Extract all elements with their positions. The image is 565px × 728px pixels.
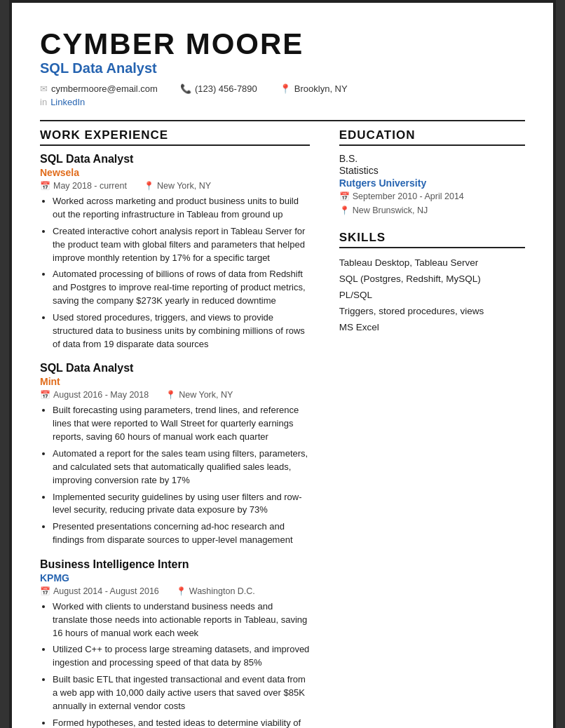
linkedin-row: in LinkedIn <box>40 97 525 107</box>
edu-field: Statistics <box>339 165 525 176</box>
job2-dates: 📅 August 2016 - May 2018 <box>40 390 149 400</box>
skills-section: SKILLS Tableau Desktop, Tableau Server S… <box>339 231 525 336</box>
company-newsela: Newsela <box>40 167 310 178</box>
job1-location: 📍 New York, NY <box>144 181 211 191</box>
list-item: Worked across marketing and product busi… <box>53 195 310 222</box>
job2-location: 📍 New York, NY <box>165 390 233 400</box>
calendar-icon-3: 📅 <box>40 586 50 596</box>
list-item: Formed hypotheses, and tested ideas to d… <box>53 717 310 728</box>
job1-bullets: Worked across marketing and product busi… <box>53 195 310 351</box>
edu-meta: 📅 September 2010 - April 2014 <box>339 191 525 201</box>
work-experience-title: WORK EXPERIENCE <box>40 128 310 146</box>
location-value: Brooklyn, NY <box>294 83 348 94</box>
job-block-newsela: SQL Data Analyst Newsela 📅 May 2018 - cu… <box>40 153 310 351</box>
location-icon-3: 📍 <box>176 586 186 596</box>
left-column: WORK EXPERIENCE SQL Data Analyst Newsela… <box>40 128 310 728</box>
list-item: Utilized C++ to process large streaming … <box>53 643 310 670</box>
location-icon-2: 📍 <box>165 390 176 400</box>
resume: CYMBER MOORE SQL Data Analyst ✉ cymbermo… <box>9 0 556 728</box>
linkedin-icon: in <box>40 97 47 107</box>
job1-meta: 📅 May 2018 - current 📍 New York, NY <box>40 181 310 191</box>
list-item: Implemented security guidelines by using… <box>53 491 310 518</box>
job3-dates: 📅 August 2014 - August 2016 <box>40 586 159 596</box>
skills-title: SKILLS <box>339 231 525 248</box>
skill-item: Tableau Desktop, Tableau Server <box>339 255 525 271</box>
list-item: Built basic ETL that ingested transactio… <box>53 673 310 713</box>
skill-item: SQL (Postgres, Redshift, MySQL) <box>339 271 525 288</box>
job3-location: 📍 Washington D.C. <box>176 586 255 596</box>
edu-degree: B.S. <box>339 153 525 164</box>
list-item: Worked with clients to understand busine… <box>53 600 310 640</box>
skills-list: Tableau Desktop, Tableau Server SQL (Pos… <box>339 255 525 336</box>
company-kpmg: KPMG <box>40 572 310 584</box>
phone-item: 📞 (123) 456-7890 <box>180 83 257 94</box>
linkedin-item: in LinkedIn <box>40 97 85 107</box>
calendar-icon-2: 📅 <box>40 390 50 400</box>
list-item: Created interactive cohort analysis repo… <box>53 225 310 265</box>
phone-icon: 📞 <box>180 83 191 94</box>
job-title-1: SQL Data Analyst <box>40 153 310 166</box>
location-icon-edu: 📍 <box>339 205 350 215</box>
candidate-title: SQL Data Analyst <box>40 60 525 76</box>
main-content: WORK EXPERIENCE SQL Data Analyst Newsela… <box>40 128 525 728</box>
list-item: Automated a report for the sales team us… <box>53 447 310 487</box>
linkedin-link[interactable]: LinkedIn <box>50 97 85 107</box>
job-title-2: SQL Data Analyst <box>40 362 310 375</box>
education-title: EDUCATION <box>339 128 525 146</box>
edu-dates: 📅 September 2010 - April 2014 <box>339 191 464 201</box>
phone-value: (123) 456-7890 <box>195 83 257 94</box>
calendar-icon-1: 📅 <box>40 181 50 191</box>
location-icon-1: 📍 <box>144 181 154 191</box>
header-section: CYMBER MOORE SQL Data Analyst ✉ cymbermo… <box>40 28 525 107</box>
job1-dates: 📅 May 2018 - current <box>40 181 127 191</box>
email-icon: ✉ <box>40 83 48 94</box>
job-block-kpmg: Business Intelligence Intern KPMG 📅 Augu… <box>40 558 310 728</box>
location-icon: 📍 <box>280 83 291 94</box>
email-value: cymbermoore@email.com <box>51 83 158 94</box>
calendar-icon-edu: 📅 <box>339 191 350 201</box>
skill-item: PL/SQL <box>339 288 525 304</box>
education-section: EDUCATION B.S. Statistics Rutgers Univer… <box>339 128 525 215</box>
job3-bullets: Worked with clients to understand busine… <box>53 600 310 728</box>
contact-row: ✉ cymbermoore@email.com 📞 (123) 456-7890… <box>40 83 525 94</box>
job3-meta: 📅 August 2014 - August 2016 📍 Washington… <box>40 586 310 596</box>
candidate-name: CYMBER MOORE <box>40 28 525 60</box>
list-item: Automated processing of billions of rows… <box>53 268 310 308</box>
job-title-3: Business Intelligence Intern <box>40 558 310 571</box>
company-mint: Mint <box>40 376 310 387</box>
job-block-mint: SQL Data Analyst Mint 📅 August 2016 - Ma… <box>40 362 310 546</box>
job2-meta: 📅 August 2016 - May 2018 📍 New York, NY <box>40 390 310 400</box>
skill-item: Triggers, stored procedures, views <box>339 304 525 320</box>
location-item: 📍 Brooklyn, NY <box>280 83 348 94</box>
email-item: ✉ cymbermoore@email.com <box>40 83 158 94</box>
job2-bullets: Built forecasting using parameters, tren… <box>53 404 310 546</box>
list-item: Built forecasting using parameters, tren… <box>53 404 310 444</box>
list-item: Used stored procedures, triggers, and vi… <box>53 311 310 351</box>
edu-school: Rutgers University <box>339 177 525 189</box>
header-divider <box>40 120 525 121</box>
edu-location-row: 📍 New Brunswick, NJ <box>339 205 525 215</box>
list-item: Presented presentations concerning ad-ho… <box>53 520 310 547</box>
right-column: EDUCATION B.S. Statistics Rutgers Univer… <box>332 128 525 728</box>
skill-item: MS Excel <box>339 320 525 336</box>
edu-location: 📍 New Brunswick, NJ <box>339 205 428 215</box>
